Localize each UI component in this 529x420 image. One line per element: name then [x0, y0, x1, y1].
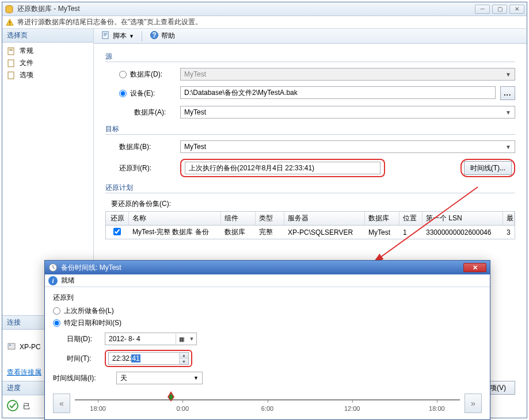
timeline-prev-button[interactable]: «	[53, 394, 70, 413]
browse-device-button[interactable]: ...	[500, 86, 515, 100]
time-label: 时间(T):	[53, 354, 105, 364]
dialog-status-bar: i 就绪	[45, 274, 490, 287]
page-label: 选项	[20, 70, 33, 80]
tick-label: 12:00	[344, 405, 360, 412]
tick-label: 18:00	[429, 405, 445, 412]
svg-rect-6	[8, 60, 14, 67]
page-label: 文件	[20, 58, 33, 68]
date-picker[interactable]: 2012- 8- 4 ▦ ▼	[105, 333, 197, 345]
plan-group-label: 还原计划	[105, 183, 515, 193]
page-files[interactable]: 文件	[7, 57, 89, 69]
spin-up-icon[interactable]: ▲	[180, 353, 188, 358]
source-database-radio-input[interactable]	[119, 71, 127, 78]
svg-rect-5	[9, 50, 13, 51]
col-server[interactable]: 服务器	[284, 212, 365, 225]
timeline-track[interactable]: 18:00 0:00 6:00 12:00 18:00	[75, 389, 460, 418]
clock-icon	[48, 263, 58, 272]
help-label: 帮助	[161, 31, 175, 41]
chevron-down-icon: ▼	[505, 144, 511, 150]
close-button[interactable]: ✕	[509, 5, 524, 14]
target-database-label: 数据库(B):	[105, 142, 180, 152]
target-database-combo[interactable]: MyTest ▼	[180, 140, 515, 153]
col-name[interactable]: 名称	[129, 212, 221, 225]
source-database-combo: MyTest ▼	[180, 68, 515, 81]
dialog-status-text: 就绪	[61, 276, 75, 285]
server-name: XP-PC	[20, 343, 41, 351]
tick-label: 0:00	[177, 405, 189, 412]
specific-datetime-radio[interactable]	[53, 319, 60, 327]
time-input[interactable]: 22:32:41 ▲ ▼	[108, 352, 189, 365]
dialog-close-button[interactable]: ✕	[463, 263, 486, 272]
select-page-header: 选择页	[2, 29, 93, 43]
timeline-button-highlight: 时间线(T)...	[461, 159, 515, 177]
help-button[interactable]: ? 帮助	[146, 29, 179, 43]
page-icon	[7, 71, 16, 80]
row-restore-checkbox[interactable]	[113, 228, 121, 235]
help-icon: ?	[150, 30, 159, 41]
timeline-marker[interactable]	[166, 391, 176, 402]
col-position[interactable]: 位置	[399, 212, 423, 225]
restore-to-highlight	[180, 159, 385, 177]
maximize-button[interactable]: ▢	[492, 5, 507, 14]
source-database-radio[interactable]: 数据库(D):	[105, 70, 180, 79]
window-title: 还原数据库 - MyTest	[17, 4, 475, 14]
row-position: 1	[399, 227, 423, 238]
dropdown-arrow-icon: ▼	[129, 33, 134, 39]
script-button[interactable]: 脚本 ▼	[97, 29, 138, 43]
page-icon	[7, 59, 16, 68]
col-database[interactable]: 数据库	[365, 212, 399, 225]
device-path-field[interactable]	[180, 86, 496, 99]
col-last[interactable]: 最	[503, 212, 515, 225]
source-device-radio[interactable]: 设备(E):	[105, 89, 180, 98]
dialog-title: 备份时间线: MyTest	[61, 263, 463, 273]
target-database-value: MyTest	[184, 143, 206, 151]
time-spinner[interactable]: ▲ ▼	[179, 353, 188, 364]
last-backup-radio[interactable]	[53, 307, 60, 315]
dialog-titlebar[interactable]: 备份时间线: MyTest ✕	[45, 261, 490, 274]
svg-rect-4	[9, 49, 13, 49]
specific-datetime-label: 特定日期和时间(S)	[64, 318, 121, 328]
source-device-radio-input[interactable]	[119, 90, 127, 97]
svg-rect-9	[9, 345, 11, 346]
timeline-next-button[interactable]: »	[465, 394, 482, 413]
col-type[interactable]: 类型	[256, 212, 284, 225]
calendar-icon[interactable]: ▦	[176, 334, 187, 344]
titlebar[interactable]: 还原数据库 - MyTest ─ ▢ ✕	[2, 2, 527, 16]
col-restore[interactable]: 还原	[106, 212, 129, 225]
last-backup-label: 上次所做备份(L)	[64, 306, 114, 316]
table-row[interactable]: MyTest-完整 数据库 备份 数据库 完整 XP-PC\SQLSERVER …	[106, 226, 515, 239]
source-database-label: 数据库(D):	[130, 70, 162, 79]
svg-rect-3	[8, 48, 14, 55]
date-value: 2012- 8- 4	[105, 335, 176, 343]
tick-label: 6:00	[261, 405, 273, 412]
row-last: 3	[503, 227, 515, 238]
restore-to-group-label: 还原到	[53, 293, 482, 303]
row-first-lsn: 33000000002600046	[423, 227, 503, 238]
page-general[interactable]: 常规	[7, 45, 89, 57]
svg-point-10	[7, 400, 18, 411]
row-name: MyTest-完整 数据库 备份	[129, 226, 221, 239]
chevron-down-icon[interactable]: ▼	[187, 336, 196, 342]
backup-sets-grid[interactable]: 还原 名称 组件 类型 服务器 数据库 位置 第一个 LSN 最 MyTest-…	[105, 211, 515, 239]
timeline-area: « 18:00 0:00 6:00 12:00 18:00 »	[53, 389, 482, 418]
col-first-lsn[interactable]: 第一个 LSN	[423, 212, 503, 225]
spin-down-icon[interactable]: ▼	[180, 358, 188, 364]
svg-rect-1	[9, 21, 10, 24]
page-options[interactable]: 选项	[7, 69, 89, 81]
timeline-button[interactable]: 时间线(T)...	[464, 161, 512, 175]
source-database2-combo[interactable]: MyTest ▼	[180, 106, 515, 119]
separator	[142, 31, 142, 41]
restore-to-field[interactable]	[185, 162, 380, 174]
minimize-button[interactable]: ─	[475, 5, 490, 14]
svg-text:?: ?	[152, 31, 156, 39]
target-group-label: 目标	[105, 124, 515, 135]
svg-rect-2	[9, 24, 10, 25]
interval-combo[interactable]: 天 ▼	[116, 372, 203, 384]
row-database: MyTest	[365, 227, 399, 238]
page-icon	[7, 47, 16, 56]
source-group-label: 源	[105, 52, 515, 62]
script-label: 脚本	[113, 31, 127, 41]
source-database2-label: 数据库(A):	[105, 108, 180, 117]
col-component[interactable]: 组件	[221, 212, 256, 225]
database-icon	[5, 5, 14, 14]
